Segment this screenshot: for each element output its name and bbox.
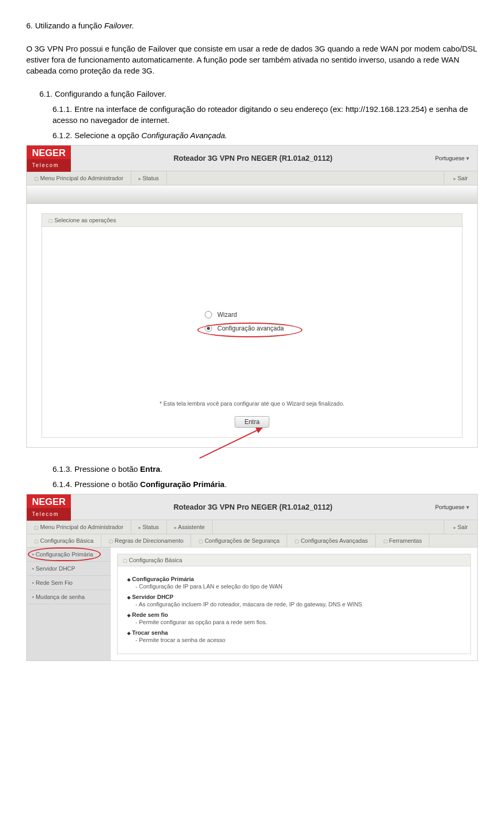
bullet-desc: Permite trocar a senha de acesso [135, 637, 461, 643]
red-oval-highlight [197, 323, 302, 337]
radio-group: Wizard Configuração avançada [42, 227, 462, 353]
section-title-em: Failover. [104, 21, 134, 30]
step-dot: . [225, 480, 227, 489]
section-num: 6. [26, 21, 33, 30]
tab-advanced[interactable]: Configurações Avançadas [287, 534, 375, 547]
tab-basic-config[interactable]: Configuração Básica [27, 534, 101, 547]
step-text-lead: Pressione o botão [75, 480, 140, 489]
panel-note: * Esta tela lembra você para configurar … [42, 353, 462, 412]
router-title: Roteador 3G VPN Pro NEGER (R1.01a2_0112) [71, 503, 435, 511]
step-text-lead: Pressione o botão [75, 464, 140, 473]
sidebar-dhcp[interactable]: Servidor DHCP [27, 562, 111, 576]
radio-wizard-label: Wizard [217, 311, 237, 318]
section-title-lead: Utilizando a função [35, 21, 104, 30]
nav-exit[interactable]: Sair [444, 171, 477, 185]
step-614: 6.1.4. Pressione o botão Configuração Pr… [26, 479, 478, 490]
section-heading: 6. Utilizando a função Failover. [26, 21, 478, 30]
language-select[interactable]: Portuguese [435, 504, 477, 511]
bullet-desc: As configuração incluem IP do roteador, … [135, 601, 461, 607]
language-select[interactable]: Portuguese [435, 155, 477, 162]
step-613: 6.1.3. Pressione o botão Entra. [26, 463, 478, 474]
entra-row: Entra [42, 412, 462, 437]
bullet-wifi: Rede sem fio [127, 612, 461, 618]
panel-header: Selecione as operações [42, 214, 462, 227]
bullet-title: Rede sem fio [132, 612, 168, 618]
content-columns: Configuração Primária Servidor DHCP Rede… [27, 547, 477, 660]
tab-security[interactable]: Configurações de Segurança [191, 534, 287, 547]
operations-panel: Selecione as operações Wizard Configuraç… [41, 213, 463, 438]
nav-bar: Menu Principal do Administrador Status S… [27, 171, 477, 185]
logo-top: NEGER [32, 497, 66, 507]
router-title: Roteador 3G VPN Pro NEGER (R1.01a2_0112) [71, 154, 435, 162]
logo-bottom: Telecom [27, 159, 71, 172]
subsection-title: Configurando a função Failover. [55, 89, 166, 98]
radio-wizard-row[interactable]: Wizard [205, 311, 299, 318]
nav-assistant[interactable]: Assistente [167, 520, 213, 534]
subpanel-body: Configuração Primária Configuração de IP… [117, 566, 471, 654]
nav-status[interactable]: Status [131, 520, 167, 534]
main-column: Configuração Básica Configuração Primári… [111, 547, 477, 660]
gradient-band [27, 185, 477, 204]
tab-tools[interactable]: Ferramentas [376, 534, 430, 547]
logo-top: NEGER [32, 148, 66, 158]
bullet-primary: Configuração Primária [127, 576, 461, 582]
step-bold: Entra [140, 464, 160, 473]
sidebar: Configuração Primária Servidor DHCP Rede… [27, 547, 111, 660]
step-num: 6.1.2. [52, 131, 72, 140]
bullet-title: Trocar senha [132, 629, 168, 636]
router-header: NEGER Telecom Roteador 3G VPN Pro NEGER … [27, 494, 477, 520]
neger-logo: NEGER Telecom [27, 494, 71, 520]
svg-line-0 [200, 428, 262, 458]
neger-logo: NEGER Telecom [27, 146, 71, 171]
subpanel-header: Configuração Básica [117, 554, 471, 566]
tabs-row: Configuração Básica Regras de Direcionam… [27, 534, 477, 547]
bullet-title: Configuração Primária [132, 576, 194, 582]
bullet-dhcp: Servidor DHCP [127, 594, 461, 600]
step-num: 6.1.3. [52, 464, 72, 473]
entra-button[interactable]: Entra [235, 416, 270, 428]
tab-routing-rules[interactable]: Regras de Direcionamento [101, 534, 191, 547]
step-num: 6.1.1. [52, 105, 72, 113]
panel-body: Selecione as operações Wizard Configuraç… [27, 204, 477, 447]
nav-main-menu[interactable]: Menu Principal do Administrador [27, 171, 131, 185]
red-arrow-icon [200, 428, 273, 459]
nav-status[interactable]: Status [131, 171, 167, 185]
nav-bar: Menu Principal do Administrador Status A… [27, 520, 477, 534]
nav-exit[interactable]: Sair [444, 520, 477, 534]
bullet-password: Trocar senha [127, 629, 461, 636]
nav-main-menu[interactable]: Menu Principal do Administrador [27, 520, 131, 534]
intro-paragraph: O 3G VPN Pro possui e função de Failover… [26, 43, 478, 76]
router-header: NEGER Telecom Roteador 3G VPN Pro NEGER … [27, 146, 477, 171]
bullet-title: Servidor DHCP [132, 594, 174, 600]
step-text-lead: Selecione a opção [75, 131, 142, 140]
step-dot: . [160, 464, 162, 473]
step-611: 6.1.1. Entre na interface de configuraçã… [26, 104, 478, 126]
router-screenshot-1: NEGER Telecom Roteador 3G VPN Pro NEGER … [26, 145, 478, 448]
step-bold: Configuração Primária [140, 480, 225, 489]
step-text: Entre na interface de configuração do ro… [52, 105, 468, 125]
bullet-desc: Configuração de IP para LAN e seleção do… [135, 583, 461, 590]
sidebar-primary-config[interactable]: Configuração Primária [27, 547, 111, 562]
step-num: 6.1.4. [52, 480, 72, 489]
radio-wizard[interactable] [205, 311, 212, 318]
router-screenshot-2: NEGER Telecom Roteador 3G VPN Pro NEGER … [26, 494, 478, 661]
red-oval-highlight [28, 547, 101, 561]
subsection-num: 6.1. [39, 89, 52, 98]
radio-advanced-row[interactable]: Configuração avançada [205, 325, 299, 332]
sidebar-wifi[interactable]: Rede Sem Fio [27, 576, 111, 590]
subsection-heading: 6.1. Configurando a função Failover. [26, 89, 478, 98]
bullet-desc: Permite configurar as opção para a rede … [135, 619, 461, 625]
logo-bottom: Telecom [27, 508, 71, 521]
sidebar-password[interactable]: Mudança de senha [27, 590, 111, 604]
step-text-em: Configuração Avançada. [141, 131, 227, 140]
step-612: 6.1.2. Selecione a opção Configuração Av… [26, 130, 478, 141]
